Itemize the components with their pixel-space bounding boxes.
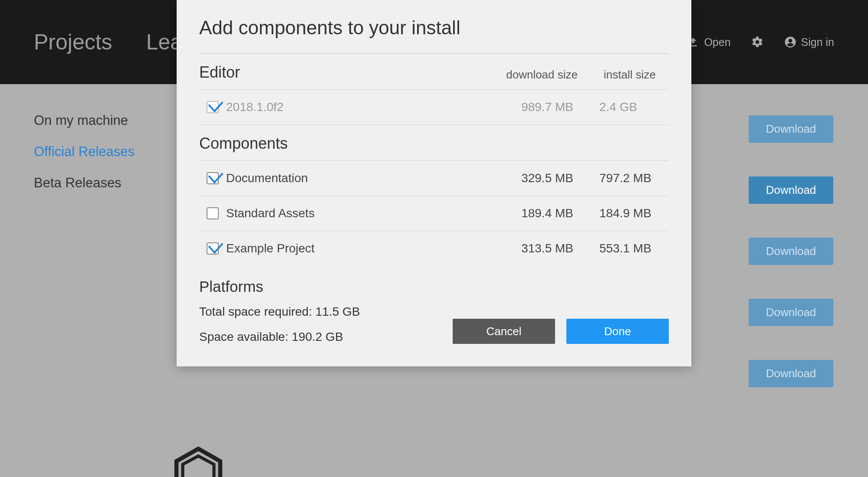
example-project-checkbox[interactable]	[207, 242, 219, 255]
modal-footer: Total space required: 11.5 GB Space avai…	[199, 301, 669, 344]
gear-icon	[751, 36, 764, 49]
tab-projects[interactable]: Projects	[34, 29, 112, 55]
component-row-standard-assets[interactable]: Standard Assets 189.4 MB 184.9 MB	[199, 196, 669, 231]
col-download-size: download size	[491, 68, 578, 82]
editor-row: 2018.1.0f2 989.7 MB 2.4 GB	[199, 89, 669, 125]
component-install-size: 553.1 MB	[599, 242, 664, 255]
signin-button[interactable]: Sign in	[784, 36, 834, 49]
col-install-size: install size	[604, 68, 669, 82]
editor-checkbox	[207, 101, 219, 113]
component-install-size: 184.9 MB	[599, 206, 664, 220]
download-buttons: Download Download Download Download Down…	[749, 115, 833, 387]
open-label: Open	[704, 36, 730, 49]
component-row-documentation[interactable]: Documentation 329.5 MB 797.2 MB	[199, 160, 669, 196]
user-icon	[784, 36, 797, 49]
space-info: Total space required: 11.5 GB Space avai…	[199, 305, 360, 344]
component-label: Documentation	[226, 171, 487, 185]
done-button[interactable]: Done	[566, 319, 669, 344]
sidebar-item-beta-releases[interactable]: Beta Releases	[34, 175, 135, 191]
modal-title: Add components to your install	[199, 17, 669, 39]
editor-version: 2018.1.0f2	[226, 100, 487, 114]
button-row: Cancel Done	[453, 319, 669, 344]
topbar-actions: Open Sign in	[687, 36, 834, 49]
space-available: Space available: 190.2 GB	[199, 330, 360, 344]
documentation-checkbox[interactable]	[207, 172, 219, 184]
signin-label: Sign in	[801, 36, 834, 49]
editor-section-title: Editor	[199, 63, 240, 82]
platforms-section-title: Platforms	[199, 266, 669, 295]
unity-logo-icon	[172, 447, 224, 477]
download-button[interactable]: Download	[749, 176, 833, 204]
components-section-title: Components	[199, 134, 288, 153]
editor-install-size: 2.4 GB	[599, 100, 664, 114]
component-download-size: 329.5 MB	[487, 171, 573, 185]
svg-marker-1	[183, 456, 214, 477]
sidebar-item-on-my-machine[interactable]: On my machine	[34, 113, 135, 128]
editor-section-header: Editor download size install size	[199, 54, 669, 89]
sidebar: On my machine Official Releases Beta Rel…	[34, 113, 135, 191]
download-button[interactable]: Download	[749, 299, 833, 326]
column-headers: download size install size	[491, 68, 669, 82]
editor-download-size: 989.7 MB	[487, 100, 573, 114]
component-row-example-project[interactable]: Example Project 313.5 MB 553.1 MB	[199, 231, 669, 266]
settings-button[interactable]	[751, 36, 764, 49]
component-download-size: 313.5 MB	[487, 242, 573, 255]
component-install-size: 797.2 MB	[599, 171, 664, 185]
open-button[interactable]: Open	[687, 36, 730, 49]
total-space-required: Total space required: 11.5 GB	[199, 305, 360, 319]
download-button[interactable]: Download	[749, 115, 833, 143]
download-button[interactable]: Download	[749, 238, 833, 265]
component-label: Example Project	[226, 242, 487, 255]
component-download-size: 189.4 MB	[487, 206, 573, 220]
download-button[interactable]: Download	[749, 360, 833, 387]
standard-assets-checkbox[interactable]	[207, 207, 219, 219]
add-components-modal: Add components to your install Editor do…	[177, 0, 691, 366]
sidebar-item-official-releases[interactable]: Official Releases	[34, 144, 135, 160]
components-section-header: Components	[199, 125, 669, 160]
cancel-button[interactable]: Cancel	[453, 319, 555, 344]
component-label: Standard Assets	[226, 206, 487, 220]
